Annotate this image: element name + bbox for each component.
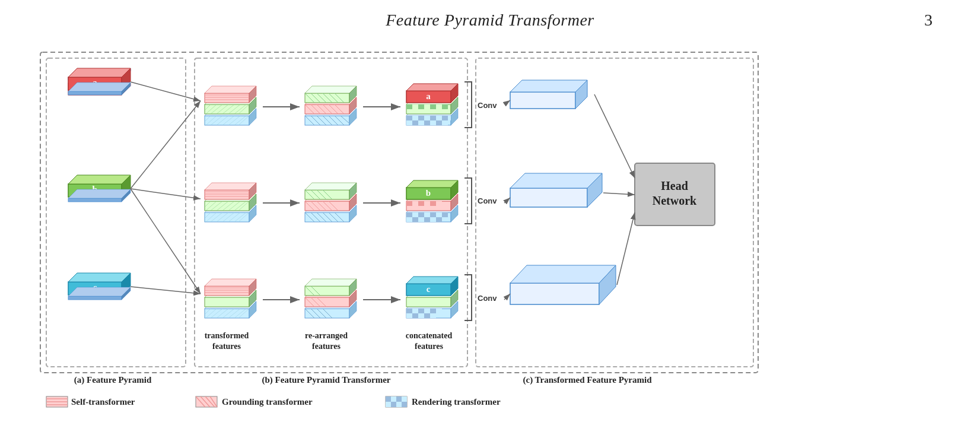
svg-rect-54 [205, 93, 249, 103]
rearranged-label: re-arranged [305, 331, 348, 340]
svg-marker-273 [510, 265, 616, 283]
svg-rect-203 [436, 120, 442, 125]
output-feature-a [510, 80, 587, 109]
svg-rect-181 [305, 286, 349, 296]
section-b-label: (b) Feature Pyramid Transformer [262, 375, 390, 385]
svg-text:features: features [312, 342, 341, 351]
concat-stack-top: a [406, 84, 458, 125]
svg-line-276 [504, 198, 510, 203]
svg-rect-296 [396, 396, 402, 402]
svg-rect-232 [430, 217, 436, 222]
rearranged-stack-bot [305, 279, 357, 318]
svg-rect-242 [436, 201, 442, 206]
svg-rect-214 [442, 104, 448, 109]
svg-rect-195 [436, 116, 442, 120]
svg-line-26 [131, 189, 201, 294]
svg-rect-107 [205, 286, 249, 296]
legend-rendering-label: Rendering transformer [412, 397, 501, 407]
svg-rect-250 [412, 309, 418, 313]
svg-rect-198 [406, 120, 412, 125]
svg-marker-264 [406, 277, 458, 284]
svg-rect-300 [396, 402, 402, 407]
svg-rect-266 [510, 92, 575, 109]
svg-rect-252 [424, 309, 430, 313]
svg-line-24 [131, 101, 201, 189]
concat-b-label: b [426, 188, 431, 198]
svg-rect-223 [418, 212, 424, 217]
svg-rect-192 [418, 116, 424, 120]
svg-marker-55 [205, 86, 256, 93]
rearranged-stack-mid [305, 183, 357, 222]
svg-rect-226 [436, 212, 442, 217]
svg-rect-233 [436, 217, 442, 222]
svg-rect-229 [412, 217, 418, 222]
svg-line-279 [603, 193, 635, 195]
page-title: Feature Pyramid Transformer [386, 11, 594, 30]
svg-marker-108 [205, 279, 256, 286]
svg-rect-249 [406, 309, 412, 313]
svg-marker-134 [305, 86, 357, 93]
svg-rect-257 [418, 313, 424, 318]
svg-marker-267 [510, 80, 587, 92]
svg-marker-19 [68, 273, 131, 282]
svg-marker-244 [406, 180, 458, 188]
svg-rect-200 [418, 120, 424, 125]
svg-rect-209 [412, 104, 418, 109]
svg-rect-253 [430, 309, 436, 313]
page-number: 3 [924, 11, 933, 30]
svg-rect-190 [406, 116, 412, 120]
svg-rect-259 [430, 313, 436, 318]
concat-c-label: c [427, 284, 431, 294]
transformed-stack-bot [205, 279, 256, 318]
svg-rect-255 [406, 313, 412, 318]
svg-text:features: features [212, 342, 241, 351]
section-a-box [46, 58, 186, 367]
svg-rect-221 [406, 212, 412, 217]
svg-marker-86 [205, 183, 256, 190]
svg-rect-212 [430, 104, 436, 109]
svg-marker-13 [68, 175, 131, 184]
svg-marker-22 [68, 287, 131, 296]
svg-rect-9 [68, 91, 122, 95]
svg-rect-104 [205, 297, 249, 307]
head-network-label1: Head [661, 179, 688, 192]
svg-rect-272 [510, 283, 599, 304]
svg-rect-175 [305, 297, 349, 307]
svg-marker-216 [406, 84, 458, 91]
svg-rect-269 [510, 188, 587, 207]
svg-rect-239 [418, 201, 424, 206]
svg-rect-85 [205, 190, 249, 199]
svg-rect-199 [412, 120, 418, 125]
conv-label-bot: Conv [478, 294, 497, 303]
output-feature-c [510, 265, 616, 304]
head-network-label2: Network [653, 194, 697, 207]
svg-rect-251 [418, 309, 424, 313]
transformed-stack-mid [205, 183, 256, 222]
svg-rect-294 [386, 396, 391, 402]
svg-rect-197 [448, 116, 451, 120]
svg-rect-231 [424, 217, 430, 222]
page-header: Feature Pyramid Transformer 3 [0, 11, 980, 30]
svg-marker-182 [305, 279, 357, 286]
output-feature-b [510, 173, 602, 207]
svg-rect-230 [418, 217, 424, 222]
svg-line-277 [504, 294, 510, 300]
svg-rect-193 [424, 116, 430, 120]
svg-rect-228 [406, 217, 412, 222]
section-c-label: (c) Transformed Feature Pyramid [523, 375, 652, 385]
main-diagram: a a b c [36, 47, 944, 417]
svg-rect-227 [442, 212, 448, 217]
svg-rect-299 [391, 402, 396, 407]
svg-marker-270 [510, 173, 602, 188]
svg-rect-237 [406, 201, 412, 206]
legend-grounding-label: Grounding transformer [222, 397, 313, 407]
svg-rect-225 [430, 212, 436, 217]
svg-rect-194 [430, 116, 436, 120]
svg-rect-21 [68, 296, 122, 300]
svg-rect-191 [412, 116, 418, 120]
svg-text:features: features [415, 342, 443, 351]
svg-marker-7 [68, 68, 131, 77]
concat-stack-mid: b [406, 180, 458, 222]
svg-rect-202 [430, 120, 436, 125]
conv-label-top: Conv [478, 101, 497, 110]
